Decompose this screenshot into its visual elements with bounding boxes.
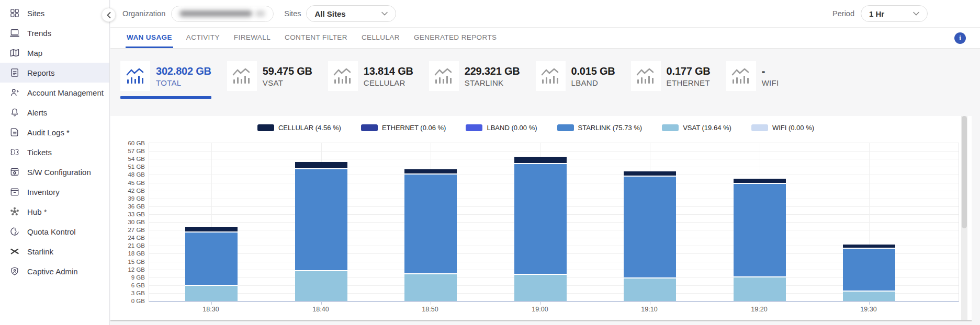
x-axis-tick xyxy=(650,302,650,305)
sidebar-item-s-w-configuration[interactable]: S/W Configuration xyxy=(0,162,109,182)
usage-card-value: 229.321 GB xyxy=(465,65,520,77)
x-axis-tick-label: 18:30 xyxy=(202,306,219,313)
y-axis-tick-label: 27 GB xyxy=(128,227,145,233)
tab-wan-usage[interactable]: WAN USAGE xyxy=(126,28,173,48)
x-axis-tick-label: 19:00 xyxy=(532,306,548,313)
usage-card-lband[interactable]: 0.015 GBLBAND xyxy=(536,61,615,99)
sidebar-item-captive-admin[interactable]: Captive Admin xyxy=(0,261,109,281)
legend-swatch xyxy=(257,124,274,131)
usage-card-vsat[interactable]: 59.475 GBVSAT xyxy=(227,61,312,99)
sidebar-item-tickets[interactable]: Tickets xyxy=(0,142,109,162)
usage-card-main: -WIFI xyxy=(726,61,779,91)
usage-card-ethernet[interactable]: 0.177 GBETHERNET xyxy=(631,61,711,99)
organization-select[interactable] xyxy=(171,6,274,22)
sidebar-item-hub[interactable]: Hub * xyxy=(0,202,109,222)
bar-segment-vsat-18-40[interactable] xyxy=(295,271,347,301)
sidebar-item-sites[interactable]: Sites xyxy=(0,3,109,23)
tab-generated-reports[interactable]: GENERATED REPORTS xyxy=(413,28,498,48)
usage-card-main: 0.015 GBLBAND xyxy=(536,61,615,91)
sidebar-item-label: Sites xyxy=(27,9,44,18)
bar-segment-starlink-19-20[interactable] xyxy=(734,184,786,277)
sites-label: Sites xyxy=(284,9,301,18)
bar-segment-cellular-18-50[interactable] xyxy=(404,169,457,175)
bar-segment-vsat-19-10[interactable] xyxy=(624,278,676,301)
sidebar-item-audit-logs[interactable]: Audit Logs * xyxy=(0,122,109,142)
legend-item-wifi[interactable]: WIFI (0.00 %) xyxy=(751,124,814,132)
bar-segment-vsat-19-20[interactable] xyxy=(734,277,786,301)
sidebar-item-label: Inventory xyxy=(27,188,60,196)
bar-segment-starlink-19-30[interactable] xyxy=(843,249,895,292)
bar-segment-starlink-19-00[interactable] xyxy=(514,164,567,275)
vertical-scrollbar-thumb[interactable] xyxy=(962,116,967,228)
bar-segment-starlink-18-50[interactable] xyxy=(404,175,457,274)
legend-item-lband[interactable]: LBAND (0.00 %) xyxy=(466,124,537,132)
usage-card-active-underline xyxy=(328,96,413,99)
x-axis-tick xyxy=(431,302,431,305)
sidebar-item-label: Tickets xyxy=(27,148,52,157)
sidebar-item-inventory[interactable]: Inventory xyxy=(0,182,109,202)
sidebar-item-quota-kontrol[interactable]: Quota Kontrol xyxy=(0,222,109,241)
sidebar-item-alerts[interactable]: Alerts xyxy=(0,102,109,122)
legend-swatch xyxy=(662,124,679,131)
y-axis-tick-label: 21 GB xyxy=(128,242,145,249)
bar-segment-starlink-18-40[interactable] xyxy=(295,169,347,271)
sidebar-item-starlink[interactable]: Starlink xyxy=(0,241,109,261)
bar-segment-starlink-19-10[interactable] xyxy=(624,177,676,278)
sidebar-collapse-button[interactable] xyxy=(102,8,116,22)
vertical-scrollbar[interactable] xyxy=(961,116,967,320)
starlink-icon xyxy=(9,246,20,257)
bar-segment-vsat-19-00[interactable] xyxy=(514,275,567,301)
legend-item-cellular[interactable]: CELLULAR (4.56 %) xyxy=(257,124,341,132)
period-select[interactable]: 1 Hr xyxy=(861,5,928,22)
usage-card-wifi[interactable]: -WIFI xyxy=(726,61,779,99)
usage-card-value: 0.015 GB xyxy=(571,65,615,77)
usage-card-main: 59.475 GBVSAT xyxy=(227,61,312,91)
sidebar-item-label: Hub * xyxy=(27,207,47,216)
bar-segment-cellular-19-30[interactable] xyxy=(843,245,895,249)
bar-segment-cellular-18-40[interactable] xyxy=(295,162,347,169)
y-axis-tick-label: 33 GB xyxy=(128,211,145,217)
bar-segment-cellular-19-20[interactable] xyxy=(734,179,786,184)
sidebar-item-account-management[interactable]: Account Management xyxy=(0,83,109,102)
bar-segment-vsat-18-50[interactable] xyxy=(404,274,457,301)
tab-firewall[interactable]: FIREWALL xyxy=(233,28,272,48)
usage-card-starlink[interactable]: 229.321 GBSTARLINK xyxy=(429,61,520,99)
bar-segment-vsat-19-30[interactable] xyxy=(843,292,895,301)
info-icon[interactable]: i xyxy=(954,32,966,44)
usage-card-active-underline xyxy=(429,96,520,99)
sites-select[interactable]: All Sites xyxy=(306,5,396,22)
sidebar-item-label: Alerts xyxy=(27,108,47,117)
sidebar-item-reports[interactable]: Reports xyxy=(0,63,109,83)
map-icon xyxy=(9,47,20,59)
bar-segment-cellular-18-30[interactable] xyxy=(185,227,238,233)
usage-card-value: - xyxy=(762,65,779,77)
bar-segment-starlink-18-30[interactable] xyxy=(185,233,238,286)
usage-card-total[interactable]: 302.802 GBTOTAL xyxy=(120,61,211,99)
tab-activity[interactable]: ACTIVITY xyxy=(185,28,221,48)
legend-item-vsat[interactable]: VSAT (19.64 %) xyxy=(662,124,731,132)
topbar: Organization Sites All Sites Period 1 Hr xyxy=(110,0,980,28)
bar-segment-cellular-19-00[interactable] xyxy=(514,157,567,164)
usage-card-cellular[interactable]: 13.814 GBCELLULAR xyxy=(328,61,413,99)
x-axis-tick-label: 19:10 xyxy=(641,306,657,313)
sidebar-nav: SitesTrendsMapReportsAccount ManagementA… xyxy=(0,3,109,281)
usage-card-label: TOTAL xyxy=(156,78,211,87)
usage-card-label: LBAND xyxy=(571,78,615,87)
legend-item-starlink[interactable]: STARLINK (75.73 %) xyxy=(557,124,643,132)
legend-swatch xyxy=(466,124,482,131)
bar-segment-vsat-18-30[interactable] xyxy=(185,286,238,301)
bar-segment-cellular-19-10[interactable] xyxy=(624,171,676,177)
sidebar-item-map[interactable]: Map xyxy=(0,43,109,63)
y-axis-tick-label: 54 GB xyxy=(128,156,145,162)
period-group: Period 1 Hr xyxy=(832,5,928,22)
sidebar-item-label: S/W Configuration xyxy=(27,168,91,177)
gridline-horizontal xyxy=(149,151,959,152)
tab-cellular[interactable]: CELLULAR xyxy=(361,28,401,48)
sidebar-item-trends[interactable]: Trends xyxy=(0,23,109,43)
chart-y-axis-labels: 0 GB3 GB6 GB9 GB12 GB15 GB18 GB21 GB24 G… xyxy=(110,143,145,301)
usage-card-active-underline xyxy=(536,96,615,99)
legend-item-ethernet[interactable]: ETHERNET (0.06 %) xyxy=(361,124,446,132)
report-content: 302.802 GBTOTAL 59.475 GBVSAT 13.814 GBC… xyxy=(110,49,980,325)
tab-content-filter[interactable]: CONTENT FILTER xyxy=(284,28,348,48)
organization-label: Organization xyxy=(122,9,165,18)
